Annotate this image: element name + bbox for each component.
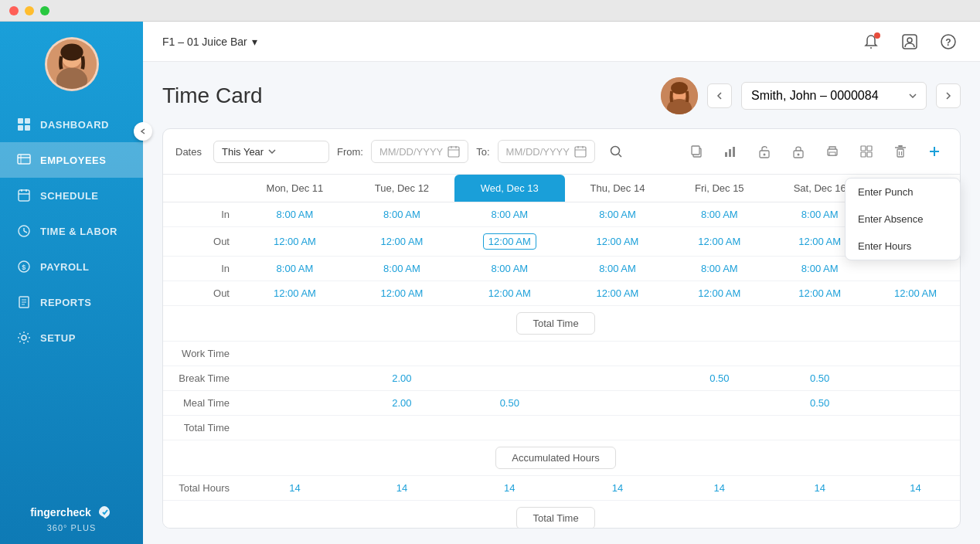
sidebar-item-setup[interactable]: SETUP	[0, 320, 143, 355]
total-time-button[interactable]: Total Time	[516, 312, 594, 335]
location-name: F1 – 01 Juice Bar	[162, 36, 247, 48]
cell-thu-out1[interactable]: 12:00 AM	[565, 227, 671, 257]
dropdown-menu: Enter Punch Enter Absence Enter Hours	[845, 178, 961, 260]
notification-button[interactable]	[859, 29, 883, 54]
sidebar-item-reports[interactable]: REPORTS	[0, 284, 143, 320]
cell-tue-out1[interactable]: 12:00 AM	[349, 227, 454, 257]
cell-extra-hours: 14	[871, 476, 960, 501]
cell-fri-break: 0.50	[670, 366, 768, 391]
cell-mon-out2[interactable]: 12:00 AM	[240, 281, 349, 306]
location-selector[interactable]: F1 – 01 Juice Bar ▾	[162, 36, 257, 48]
mac-close-button[interactable]	[9, 6, 19, 15]
to-label: To:	[476, 146, 489, 158]
svg-rect-6	[25, 118, 30, 124]
enter-absence-item[interactable]: Enter Absence	[846, 206, 960, 233]
date-range-value: This Year	[222, 146, 264, 158]
cell-mon-in1[interactable]: 8:00 AM	[240, 202, 349, 227]
cell-mon-work	[240, 342, 349, 366]
row-label-total-hours: Total Hours	[163, 476, 240, 501]
add-entry-button[interactable]	[921, 138, 948, 165]
delete-button[interactable]	[887, 138, 914, 165]
chart-button[interactable]	[717, 138, 744, 165]
print-button[interactable]	[819, 138, 846, 165]
sidebar-item-schedule[interactable]: SCHEDULE	[0, 178, 143, 213]
cell-fri-total	[670, 416, 768, 440]
svg-rect-9	[18, 155, 30, 164]
svg-rect-58	[867, 146, 872, 151]
enter-punch-item[interactable]: Enter Punch	[846, 178, 960, 206]
cell-sat-out2[interactable]: 12:00 AM	[768, 281, 871, 306]
cell-fri-in2[interactable]: 8:00 AM	[670, 257, 768, 281]
sidebar-item-setup-label: SETUP	[40, 332, 76, 344]
svg-line-18	[24, 231, 27, 233]
cell-wed-in1[interactable]: 8:00 AM	[454, 202, 565, 227]
cell-wed-out2[interactable]: 12:00 AM	[454, 281, 565, 306]
cell-tue-out2[interactable]: 12:00 AM	[349, 281, 454, 306]
svg-rect-59	[861, 152, 866, 157]
svg-rect-47	[692, 146, 699, 155]
table-row: Out 12:00 AM 12:00 AM 12:00 AM 12:00 AM …	[163, 281, 960, 306]
cell-mon-out1[interactable]: 12:00 AM	[240, 227, 349, 257]
brand-logo: fingercheck	[30, 504, 113, 521]
svg-rect-36	[448, 147, 459, 157]
bottom-total-time-button[interactable]: Total Time	[516, 507, 594, 528]
from-date-field[interactable]: MM/DD/YYYY	[371, 140, 468, 163]
row-label-work-time: Work Time	[163, 342, 240, 366]
svg-line-45	[618, 155, 621, 158]
employee-prev-button[interactable]	[707, 83, 732, 108]
sidebar-item-dashboard[interactable]: DASHBOARD	[0, 107, 143, 142]
col-header-thu: Thu, Dec 14	[565, 175, 671, 202]
sidebar-item-payroll[interactable]: $ PAYROLL	[0, 249, 143, 284]
sidebar-item-employees[interactable]: EMPLOYEES	[0, 142, 143, 178]
cell-extra-out2[interactable]: 12:00 AM	[871, 281, 960, 306]
copy-button[interactable]	[683, 138, 709, 165]
cell-extra-meal	[871, 391, 960, 416]
cell-wed-in2[interactable]: 8:00 AM	[454, 257, 565, 281]
row-label-break-time: Break Time	[163, 366, 240, 391]
cell-sat-break: 0.50	[768, 366, 871, 391]
lock-open-button[interactable]	[751, 138, 778, 165]
cell-thu-in1[interactable]: 8:00 AM	[565, 202, 671, 227]
topbar-actions: ?	[859, 29, 961, 54]
employee-selector[interactable]: Smith, John – 0000084	[741, 82, 927, 110]
svg-rect-60	[867, 152, 872, 157]
sidebar-item-time-labor[interactable]: TIME & LABOR	[0, 213, 143, 249]
cell-tue-in2[interactable]: 8:00 AM	[349, 257, 454, 281]
cell-mon-meal	[240, 391, 349, 416]
cell-sat-work	[768, 342, 871, 366]
svg-rect-48	[725, 152, 727, 157]
cell-tue-meal: 2.00	[349, 391, 454, 416]
date-range-selector[interactable]: This Year	[213, 141, 329, 163]
cell-wed-out1[interactable]: 12:00 AM	[454, 227, 565, 257]
cell-mon-in2[interactable]: 8:00 AM	[240, 257, 349, 281]
mac-maximize-button[interactable]	[40, 6, 49, 15]
accumulated-hours-section-header: Accumulated Hours	[163, 440, 960, 476]
cell-sat-total	[768, 416, 871, 440]
cell-tue-in1[interactable]: 8:00 AM	[349, 202, 454, 227]
table-wrapper: Mon, Dec 11 Tue, Dec 12 Wed, Dec 13 Thu,…	[163, 175, 960, 528]
help-button[interactable]: ?	[936, 29, 961, 54]
employee-next-button[interactable]	[936, 83, 961, 108]
bottom-total-section-header: Total Time	[163, 501, 960, 529]
search-button[interactable]	[603, 138, 629, 165]
accumulated-hours-button[interactable]: Accumulated Hours	[495, 447, 615, 469]
cell-fri-in1[interactable]: 8:00 AM	[670, 202, 768, 227]
to-date-field[interactable]: MM/DD/YYYY	[498, 140, 595, 163]
cell-fri-out1[interactable]: 12:00 AM	[670, 227, 768, 257]
cell-extra-break	[871, 366, 960, 391]
svg-rect-56	[829, 152, 835, 155]
profile-button[interactable]	[897, 29, 922, 54]
lock-closed-button[interactable]	[785, 138, 812, 165]
cell-thu-in2[interactable]: 8:00 AM	[565, 257, 671, 281]
sidebar-collapse-button[interactable]	[134, 122, 152, 141]
grid-button[interactable]	[853, 138, 880, 165]
svg-rect-40	[575, 147, 586, 157]
cell-thu-out2[interactable]: 12:00 AM	[565, 281, 671, 306]
cell-sat-meal: 0.50	[768, 391, 871, 416]
notification-dot	[874, 32, 880, 39]
dashboard-icon	[15, 116, 32, 133]
mac-titlebar	[0, 0, 980, 22]
enter-hours-item[interactable]: Enter Hours	[846, 233, 960, 260]
cell-fri-out2[interactable]: 12:00 AM	[670, 281, 768, 306]
mac-minimize-button[interactable]	[25, 6, 34, 15]
